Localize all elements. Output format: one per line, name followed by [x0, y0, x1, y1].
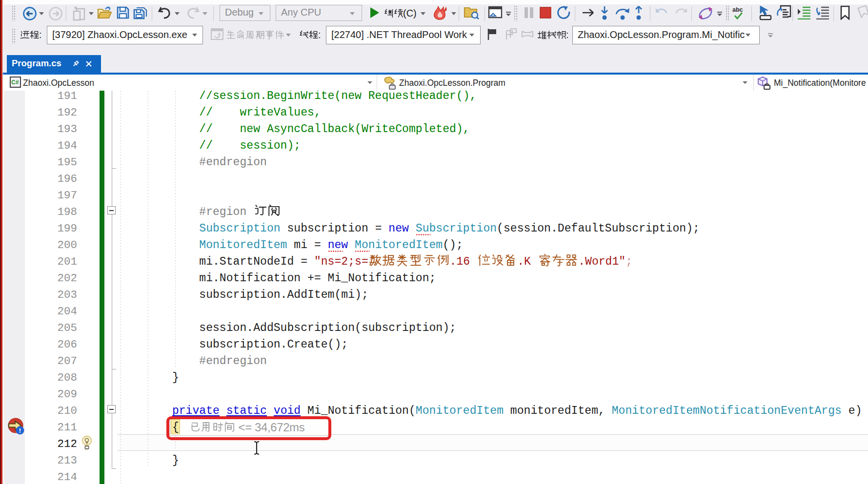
svg-text:C#: C# [11, 79, 19, 86]
svg-text:abc: abc [732, 6, 743, 13]
svg-text:!: ! [19, 427, 21, 434]
